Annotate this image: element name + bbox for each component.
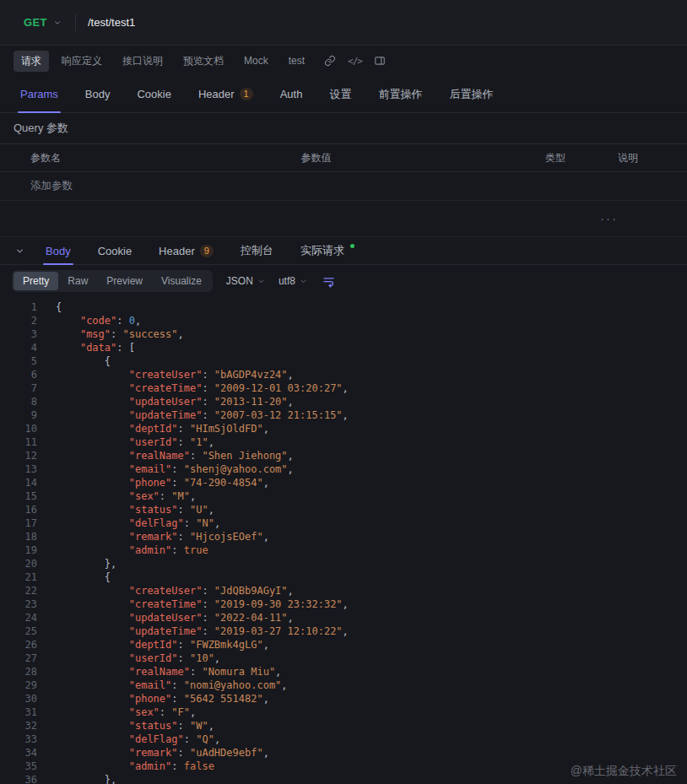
response-tab-cookie[interactable]: Cookie <box>84 237 145 264</box>
response-tab-actual-request[interactable]: 实际请求 <box>287 237 368 264</box>
tab-cookie-label: Cookie <box>137 88 170 100</box>
code-line[interactable]: "createTime": "2019-09-30 23:32:32", <box>56 597 687 611</box>
code-line[interactable]: "updateUser": "2022-04-11", <box>56 611 687 624</box>
code-line[interactable]: "phone": "74-290-4854", <box>56 476 687 489</box>
code-line[interactable]: { <box>56 354 687 368</box>
column-header-type: 类型 <box>528 151 601 165</box>
code-line[interactable]: "realName": "Shen Jiehong", <box>56 449 687 462</box>
code-line[interactable]: "status": "U", <box>56 503 687 516</box>
link-icon[interactable] <box>324 55 336 67</box>
code-line[interactable]: "code": 0, <box>56 314 687 327</box>
code-line[interactable]: "delFlag": "N", <box>56 516 687 530</box>
add-param-row[interactable]: 添加参数 <box>0 172 687 201</box>
tab-response-definition[interactable]: 响应定义 <box>54 51 110 72</box>
code-line[interactable]: "updateUser": "2013-11-20", <box>56 395 687 408</box>
column-header-value: 参数值 <box>284 151 528 165</box>
format-select-value: JSON <box>226 275 253 287</box>
tab-preview-docs[interactable]: 预览文档 <box>176 51 231 72</box>
tab-request[interactable]: 请求 <box>14 51 49 72</box>
code-line[interactable]: { <box>56 570 687 584</box>
code-line[interactable]: "deptId": "FWZBmk4gLG", <box>56 638 687 652</box>
line-number: 17 <box>0 516 37 530</box>
method-label: GET <box>24 16 47 29</box>
doc-tabs: 请求 响应定义 接口说明 预览文档 Mock test </> <box>0 46 687 76</box>
encoding-select[interactable]: utf8 <box>279 275 307 287</box>
code-line[interactable]: "createUser": "bAGDP4vz24", <box>56 368 687 381</box>
code-line[interactable]: "deptId": "HImSjOldFD", <box>56 422 687 435</box>
line-numbers: 1234567891011121314151617181920212223242… <box>0 300 47 784</box>
code-line[interactable]: "sex": "M", <box>56 489 687 503</box>
response-header-count-badge: 9 <box>200 245 214 257</box>
line-number: 33 <box>0 733 37 746</box>
line-number: 14 <box>0 476 37 489</box>
collapse-response-icon[interactable] <box>7 246 32 256</box>
code-line[interactable]: "status": "W", <box>56 719 687 733</box>
chevron-down-icon <box>300 278 307 285</box>
code-line[interactable]: "admin": true <box>56 543 687 557</box>
code-line[interactable]: "remark": "HjcojsEOef", <box>56 530 687 543</box>
tab-header[interactable]: Header 1 <box>185 76 267 112</box>
tab-mock[interactable]: Mock <box>236 51 276 70</box>
view-mode-visualize[interactable]: Visualize <box>152 272 211 290</box>
code-icon[interactable]: </> <box>348 56 362 67</box>
tab-params-label: Params <box>20 88 58 100</box>
params-table-header: 参数名 参数值 类型 说明 <box>0 143 687 172</box>
view-mode-preview[interactable]: Preview <box>97 272 152 290</box>
line-number: 13 <box>0 462 37 476</box>
code-line[interactable]: "userId": "10", <box>56 652 687 665</box>
code-line[interactable]: "createTime": "2009-12-01 03:20:27", <box>56 381 687 395</box>
format-select[interactable]: JSON <box>226 275 265 287</box>
tab-body[interactable]: Body <box>72 76 124 112</box>
code-line[interactable]: }, <box>56 773 687 784</box>
tab-auth[interactable]: Auth <box>267 76 316 112</box>
code-line[interactable]: "updateTime": "2019-03-27 12:10:22", <box>56 624 687 638</box>
code-line[interactable]: "phone": "5642 551482", <box>56 692 687 706</box>
line-number: 11 <box>0 435 37 449</box>
line-number: 35 <box>0 760 37 773</box>
view-mode-pretty[interactable]: Pretty <box>14 272 58 290</box>
tab-params[interactable]: Params <box>7 76 72 112</box>
line-number: 21 <box>0 570 37 584</box>
tab-api-description[interactable]: 接口说明 <box>115 51 170 72</box>
code-line[interactable]: "email": "nomi@yahoo.com", <box>56 679 687 692</box>
code-line[interactable]: "userId": "1", <box>56 435 687 449</box>
method-select[interactable]: GET <box>14 16 72 29</box>
code-line[interactable]: "updateTime": "2007-03-12 21:15:15", <box>56 408 687 422</box>
request-tabs: Params Body Cookie Header 1 Auth 设置 前置操作… <box>0 76 687 113</box>
code-line[interactable]: }, <box>56 557 687 570</box>
line-number: 31 <box>0 706 37 719</box>
tab-cookie[interactable]: Cookie <box>123 76 184 112</box>
view-mode-raw[interactable]: Raw <box>58 272 97 290</box>
code-line[interactable]: "createUser": "JdQBb9AGyI", <box>56 584 687 597</box>
code-line[interactable]: "msg": "success", <box>56 327 687 341</box>
code-lines[interactable]: { "code": 0, "msg": "success", "data": [… <box>47 300 687 784</box>
code-line[interactable]: { <box>56 300 687 314</box>
response-tab-header[interactable]: Header 9 <box>145 237 227 264</box>
tab-test[interactable]: test <box>281 51 312 70</box>
response-tab-console[interactable]: 控制台 <box>227 237 287 264</box>
code-line[interactable]: "admin": false <box>56 760 687 773</box>
tab-settings[interactable]: 设置 <box>316 76 365 112</box>
code-line[interactable]: "sex": "F", <box>56 706 687 719</box>
line-number: 25 <box>0 624 37 638</box>
resize-handle[interactable]: ··· <box>600 214 618 223</box>
response-tab-body[interactable]: Body <box>32 237 84 264</box>
code-line[interactable]: "remark": "uAdHDe9ebf", <box>56 746 687 760</box>
line-number: 16 <box>0 503 37 516</box>
code-line[interactable]: "realName": "Nomura Miu", <box>56 665 687 679</box>
line-number: 15 <box>0 489 37 503</box>
code-line[interactable]: "email": "shenj@yahoo.com", <box>56 462 687 476</box>
code-line[interactable]: "data": [ <box>56 341 687 354</box>
layout-icon[interactable] <box>374 55 386 67</box>
view-mode-switcher: Pretty Raw Preview Visualize <box>12 270 213 292</box>
line-number: 29 <box>0 679 37 692</box>
url-input[interactable] <box>79 16 673 29</box>
response-tab-console-label: 控制台 <box>241 243 273 258</box>
response-tabs: Body Cookie Header 9 控制台 实际请求 <box>0 236 687 265</box>
request-url-bar: GET <box>0 0 687 46</box>
code-line[interactable]: "delFlag": "Q", <box>56 733 687 746</box>
tab-post-operations[interactable]: 后置操作 <box>435 76 506 112</box>
response-body-editor[interactable]: 1234567891011121314151617181920212223242… <box>0 297 687 784</box>
word-wrap-icon[interactable] <box>322 275 335 288</box>
tab-pre-operations[interactable]: 前置操作 <box>365 76 435 112</box>
